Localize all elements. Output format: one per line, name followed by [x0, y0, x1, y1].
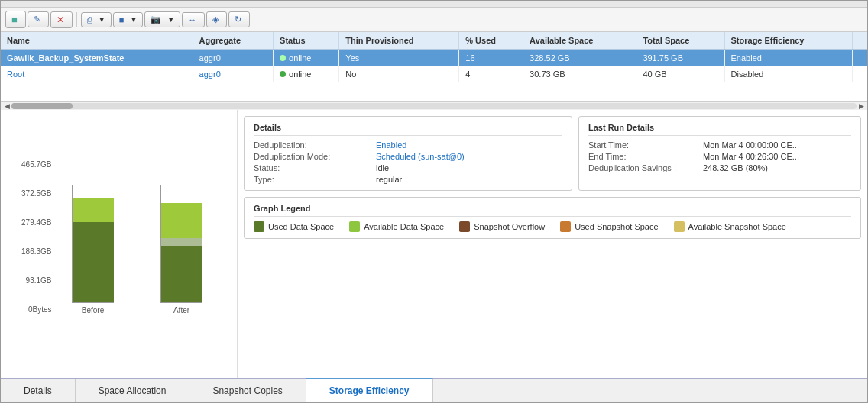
- used-snapshot-label: Used Snapshot Space: [575, 222, 658, 231]
- last-run-grid: Start Time: Mon Mar 4 00:00:00 CE... End…: [588, 140, 851, 172]
- used-data-label: Used Data Space: [268, 222, 334, 231]
- status-dot: [280, 55, 286, 61]
- clone-icon: ⎙: [87, 15, 92, 24]
- storage-efficiency-icon: ◈: [212, 15, 219, 24]
- status-dot: [280, 71, 286, 77]
- dedup-savings-value: 248.32 GB (80%): [703, 163, 851, 172]
- after-bar-group: After: [145, 185, 219, 314]
- dedup-label: Deduplication:: [254, 140, 376, 150]
- cell-storage-efficiency: Disabled: [724, 66, 852, 82]
- horizontal-scrollbar[interactable]: ◀ ▶: [1, 101, 867, 110]
- after-label: After: [173, 306, 189, 314]
- cell-name: Root: [1, 66, 193, 82]
- cell-thin-provisioned: Yes: [339, 50, 459, 66]
- delete-icon: ✕: [57, 15, 64, 25]
- tab-snapshot-copies[interactable]: Snapshot Copies: [189, 379, 306, 402]
- cell-aggregate: aggr0: [193, 66, 273, 82]
- storage-efficiency-button[interactable]: ◈: [206, 11, 227, 27]
- last-run-title: Last Run Details: [588, 123, 851, 136]
- edit-icon: ✎: [34, 15, 40, 24]
- cell-aggregate: aggr0: [193, 50, 273, 66]
- edit-button[interactable]: ✎: [28, 11, 49, 27]
- resize-button[interactable]: ↔: [182, 12, 205, 27]
- tab-space-allocation[interactable]: Space Allocation: [76, 379, 190, 402]
- bar-chart: 465.7GB 372.5GB 279.4GB 186.3GB 93.1GB 0…: [20, 160, 219, 328]
- col-name: Name: [1, 32, 193, 50]
- col-status: Status: [274, 32, 339, 50]
- type-label: Type:: [254, 175, 376, 184]
- y-label-6: 0Bytes: [28, 305, 52, 314]
- scrollbar-track[interactable]: [11, 103, 857, 109]
- cell-total-space: 391.75 GB: [636, 50, 724, 66]
- end-time-label: End Time:: [588, 152, 703, 161]
- volumes-window: ■ ✎ ✕ ⎙ ▼ ■ ▼ 📷 ▼ ↔: [0, 0, 868, 403]
- top-panels: Details Deduplication: Enabled Deduplica…: [244, 116, 861, 191]
- refresh-icon: ↻: [235, 15, 241, 24]
- cell-pct-used: 16: [459, 50, 523, 66]
- after-bar: [160, 185, 202, 303]
- cell-icon: [852, 50, 867, 66]
- snapshot-icon: 📷: [151, 15, 161, 24]
- y-label-2: 372.5GB: [21, 189, 51, 198]
- bottom-tabs: Details Space Allocation Snapshot Copies…: [1, 378, 867, 402]
- resize-icon: ↔: [188, 15, 196, 24]
- tab-details[interactable]: Details: [1, 379, 76, 402]
- available-data-label: Available Data Space: [364, 222, 444, 231]
- snapshot-button[interactable]: 📷 ▼: [144, 11, 180, 27]
- refresh-button[interactable]: ↻: [228, 11, 250, 27]
- clone-button[interactable]: ⎙ ▼: [81, 12, 112, 27]
- status-icon: ■: [119, 15, 125, 24]
- col-total-space: Total Space: [636, 32, 724, 50]
- bars-container: Before After: [57, 160, 219, 328]
- legend-title: Graph Legend: [254, 204, 851, 217]
- snapshot-overflow-label: Snapshot Overflow: [474, 222, 545, 231]
- cell-available-space: 328.52 GB: [523, 50, 636, 66]
- legend-used-data: Used Data Space: [254, 221, 334, 232]
- used-snapshot-swatch: [560, 221, 571, 232]
- table-container: Name Aggregate Status Thin Provisioned %…: [1, 32, 867, 101]
- after-available-bar: [161, 203, 202, 238]
- dedup-mode-label: Deduplication Mode:: [254, 152, 376, 161]
- col-icon-header: [852, 32, 867, 50]
- cell-name: Gawlik_Backup_SystemState: [1, 50, 193, 66]
- before-bar: [72, 185, 114, 303]
- volumes-table: Name Aggregate Status Thin Provisioned %…: [1, 32, 867, 82]
- end-time-value: Mon Mar 4 00:26:30 CE...: [703, 152, 851, 161]
- detail-panel: 465.7GB 372.5GB 279.4GB 186.3GB 93.1GB 0…: [1, 110, 867, 378]
- create-button[interactable]: ■: [5, 11, 26, 28]
- after-used-bar: [161, 246, 202, 302]
- cell-storage-efficiency: Enabled: [724, 50, 852, 66]
- y-label-3: 279.4GB: [21, 218, 51, 227]
- table-header-row: Name Aggregate Status Thin Provisioned %…: [1, 32, 867, 50]
- col-pct-used: % Used: [459, 32, 523, 50]
- dedup-savings-label: Deduplication Savings :: [588, 163, 703, 172]
- create-icon: ■: [11, 14, 18, 25]
- status-label: Status:: [254, 163, 376, 172]
- cell-status: online: [274, 50, 339, 66]
- table-row[interactable]: Gawlik_Backup_SystemState aggr0 online Y…: [1, 50, 867, 66]
- cell-icon: [852, 66, 867, 82]
- after-snapshot-bar: [161, 238, 202, 245]
- scroll-right-arrow[interactable]: ▶: [857, 102, 866, 110]
- legend-items: Used Data Space Available Data Space Sna…: [254, 221, 851, 232]
- scroll-left-arrow[interactable]: ◀: [2, 102, 11, 110]
- col-available-space: Available Space: [523, 32, 636, 50]
- available-snapshot-label: Available Snapshot Space: [688, 222, 786, 231]
- chart-area: 465.7GB 372.5GB 279.4GB 186.3GB 93.1GB 0…: [1, 110, 238, 378]
- status-button[interactable]: ■ ▼: [113, 12, 144, 27]
- scrollbar-thumb[interactable]: [11, 103, 73, 109]
- details-grid: Deduplication: Enabled Deduplication Mod…: [254, 140, 562, 184]
- tab-storage-efficiency[interactable]: Storage Efficiency: [306, 378, 433, 402]
- before-used-bar: [73, 222, 114, 302]
- col-thin-provisioned: Thin Provisioned: [339, 32, 459, 50]
- table-row[interactable]: Root aggr0 online No 4 30.73 GB 40 GB Di…: [1, 66, 867, 82]
- before-available-bar: [73, 198, 114, 222]
- snapshot-overflow-swatch: [459, 221, 470, 232]
- cell-thin-provisioned: No: [339, 66, 459, 82]
- legend-used-snapshot: Used Snapshot Space: [560, 221, 658, 232]
- y-axis-labels: 465.7GB 372.5GB 279.4GB 186.3GB 93.1GB 0…: [20, 160, 57, 328]
- delete-button[interactable]: ✕: [50, 11, 73, 28]
- y-label-4: 186.3GB: [21, 247, 51, 256]
- right-panels: Details Deduplication: Enabled Deduplica…: [238, 110, 867, 378]
- toolbar: ■ ✎ ✕ ⎙ ▼ ■ ▼ 📷 ▼ ↔: [1, 8, 867, 32]
